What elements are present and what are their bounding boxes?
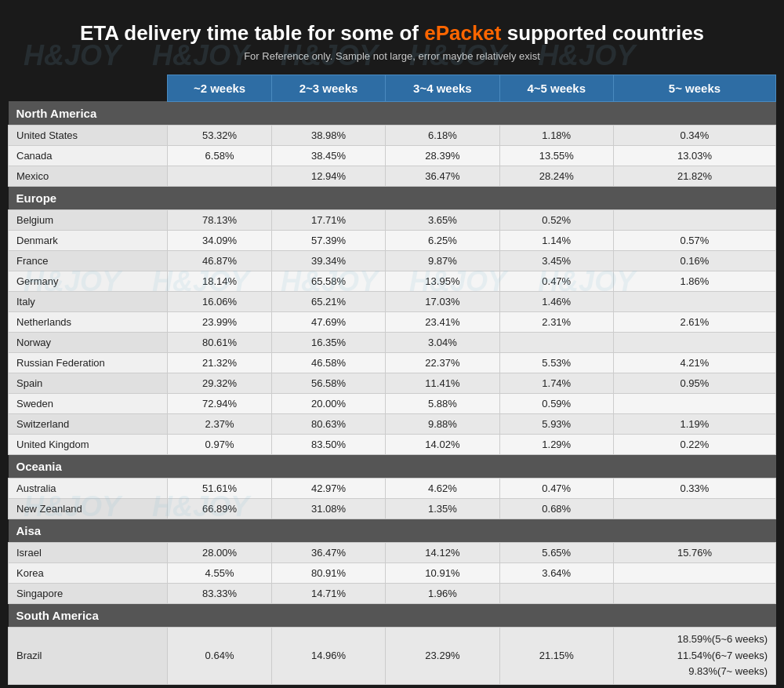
data-cell: 0.33%: [613, 478, 775, 498]
data-cell: 80.63%: [271, 413, 385, 434]
col-header-w23: 2~3 weeks: [271, 75, 385, 101]
data-cell: 0.57%: [613, 230, 775, 250]
table-row: United States53.32%38.98%6.18%1.18%0.34%: [9, 125, 776, 145]
section-label: Aisa: [9, 519, 776, 542]
table-row: Brazil0.64%14.96%23.29%21.15%18.59%(5~6 …: [9, 627, 776, 684]
data-cell: [613, 393, 775, 413]
data-cell: 28.00%: [168, 542, 272, 562]
data-cell: 13.95%: [386, 271, 499, 291]
country-cell: United States: [9, 125, 168, 145]
data-cell: [499, 332, 613, 352]
data-cell: 46.58%: [271, 352, 385, 373]
table-row: Russian Federation21.32%46.58%22.37%5.53…: [9, 352, 776, 373]
data-cell: 36.47%: [271, 542, 385, 562]
data-cell: 21.15%: [499, 627, 613, 684]
data-cell: 21.82%: [613, 166, 775, 186]
table-row: Germany18.14%65.58%13.95%0.47%1.86%: [9, 271, 776, 291]
table-row: Spain29.32%56.58%11.41%1.74%0.95%: [9, 373, 776, 393]
country-cell: New Zeanland: [9, 498, 168, 519]
data-cell: 65.21%: [271, 291, 385, 311]
table-row: Mexico12.94%36.47%28.24%21.82%: [9, 166, 776, 186]
section-row: Oceania: [9, 454, 776, 478]
table-row: Norway80.61%16.35%3.04%: [9, 332, 776, 352]
data-cell: 42.97%: [271, 478, 385, 498]
data-cell: 2.37%: [168, 413, 272, 434]
data-cell: 9.88%: [386, 413, 499, 434]
data-cell: 66.89%: [168, 498, 272, 519]
data-cell: 1.86%: [613, 271, 775, 291]
country-cell: Israel: [9, 542, 168, 562]
data-cell: 1.96%: [386, 583, 499, 603]
table-row: Switzerland2.37%80.63%9.88%5.93%1.19%: [9, 413, 776, 434]
country-cell: Spain: [9, 373, 168, 393]
data-cell: 5.88%: [386, 393, 499, 413]
title-section: ETA delivery time table for some of ePac…: [8, 8, 776, 67]
table-row: France46.87%39.34%9.87%3.45%0.16%: [9, 250, 776, 271]
data-cell: 3.45%: [499, 250, 613, 271]
data-cell: 0.52%: [499, 209, 613, 230]
title-prefix: ETA delivery time table for some of: [80, 21, 424, 45]
data-cell: 20.00%: [271, 393, 385, 413]
section-row: South America: [9, 603, 776, 627]
title-suffix: supported countries: [501, 21, 704, 45]
data-cell: 5.93%: [499, 413, 613, 434]
data-cell: 83.50%: [271, 434, 385, 454]
data-cell: 36.47%: [386, 166, 499, 186]
country-cell: Canada: [9, 145, 168, 166]
data-cell: 10.91%: [386, 562, 499, 583]
data-cell: 13.55%: [499, 145, 613, 166]
page-subtitle: For Reference only. Sample not large, er…: [16, 50, 768, 62]
col-header-w2: ~2 weeks: [168, 75, 272, 101]
data-cell: 5.53%: [499, 352, 613, 373]
data-cell: 38.45%: [271, 145, 385, 166]
data-cell: 31.08%: [271, 498, 385, 519]
data-cell: 12.94%: [271, 166, 385, 186]
data-cell: [613, 562, 775, 583]
country-cell: United Kingdom: [9, 434, 168, 454]
data-cell: 0.47%: [499, 271, 613, 291]
page-title: ETA delivery time table for some of ePac…: [16, 20, 768, 47]
country-cell: Korea: [9, 562, 168, 583]
data-cell: 80.61%: [168, 332, 272, 352]
section-label: North America: [9, 101, 776, 125]
data-cell: 18.14%: [168, 271, 272, 291]
data-cell: 9.87%: [386, 250, 499, 271]
data-cell: 4.62%: [386, 478, 499, 498]
data-cell: 1.18%: [499, 125, 613, 145]
data-cell: 0.59%: [499, 393, 613, 413]
data-cell: [613, 291, 775, 311]
country-cell: Italy: [9, 291, 168, 311]
data-cell: 6.25%: [386, 230, 499, 250]
table-row: United Kingdom0.97%83.50%14.02%1.29%0.22…: [9, 434, 776, 454]
data-cell: 1.46%: [499, 291, 613, 311]
data-cell: 65.58%: [271, 271, 385, 291]
main-container: H&JOY H&JOY H&JOY H&JOY H&JOY H&JOY H&JO…: [8, 8, 776, 685]
col-header-country: [9, 75, 168, 101]
section-label: Europe: [9, 186, 776, 209]
data-cell: 14.12%: [386, 542, 499, 562]
data-cell: 22.37%: [386, 352, 499, 373]
data-cell: 56.58%: [271, 373, 385, 393]
country-cell: Denmark: [9, 230, 168, 250]
country-cell: France: [9, 250, 168, 271]
data-cell: 15.76%: [613, 542, 775, 562]
data-cell: 2.61%: [613, 311, 775, 332]
table-row: Sweden72.94%20.00%5.88%0.59%: [9, 393, 776, 413]
data-cell: 23.41%: [386, 311, 499, 332]
country-cell: Switzerland: [9, 413, 168, 434]
data-cell: 14.02%: [386, 434, 499, 454]
data-cell: 39.34%: [271, 250, 385, 271]
title-highlight: ePacket: [424, 21, 501, 45]
data-cell: 0.68%: [499, 498, 613, 519]
data-cell: 28.39%: [386, 145, 499, 166]
data-cell: 1.19%: [613, 413, 775, 434]
col-header-w5: 5~ weeks: [613, 75, 775, 101]
data-cell: 16.06%: [168, 291, 272, 311]
eta-table: ~2 weeks 2~3 weeks 3~4 weeks 4~5 weeks 5…: [8, 75, 776, 685]
data-cell: 53.32%: [168, 125, 272, 145]
data-cell: 11.41%: [386, 373, 499, 393]
data-cell: 78.13%: [168, 209, 272, 230]
data-cell: 18.59%(5~6 weeks)11.54%(6~7 weeks)9.83%(…: [613, 627, 775, 684]
country-cell: Germany: [9, 271, 168, 291]
table-row: Belgium78.13%17.71%3.65%0.52%: [9, 209, 776, 230]
